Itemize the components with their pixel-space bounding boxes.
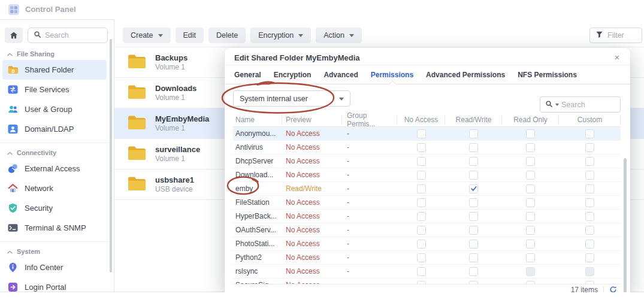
checkbox-no-access[interactable] bbox=[417, 226, 426, 235]
sidebar-section-header-file-sharing[interactable]: File Sharing bbox=[0, 48, 109, 60]
table-row-python2[interactable]: Python2No Access- bbox=[233, 251, 621, 265]
checkbox-read-write[interactable] bbox=[469, 226, 478, 235]
checkbox-read-only[interactable] bbox=[526, 240, 535, 249]
sidebar-item-security[interactable]: Security bbox=[2, 198, 107, 218]
filter-input[interactable] bbox=[607, 31, 636, 40]
column-header-preview[interactable]: Preview bbox=[282, 113, 342, 126]
table-row-dhcpserver[interactable]: DhcpServerNo Access- bbox=[233, 154, 621, 168]
sidebar-item-domain-ldap[interactable]: Domain/LDAP bbox=[2, 119, 107, 139]
user-type-dropdown[interactable]: System internal user bbox=[233, 90, 350, 107]
column-header-read-write[interactable]: Read/Write bbox=[445, 113, 502, 126]
checkbox-read-only[interactable] bbox=[526, 253, 535, 262]
checkbox-custom[interactable] bbox=[585, 253, 594, 262]
search-input[interactable] bbox=[45, 31, 102, 40]
sidebar-scrollbar[interactable] bbox=[110, 39, 112, 272]
checkbox-custom[interactable] bbox=[585, 129, 594, 138]
checkbox-read-write[interactable] bbox=[469, 157, 478, 166]
sidebar-item-file-services[interactable]: File Services bbox=[2, 80, 107, 99]
checkbox-no-access[interactable] bbox=[417, 171, 426, 180]
table-row-oauthserv[interactable]: OAuthServ...No Access- bbox=[233, 223, 621, 237]
checkbox-no-access[interactable] bbox=[417, 281, 426, 284]
checkbox-read-write[interactable] bbox=[469, 267, 478, 276]
checkbox-no-access[interactable] bbox=[417, 184, 426, 193]
sidebar-item-login-portal[interactable]: Login Portal bbox=[2, 277, 107, 292]
checkbox-read-only[interactable] bbox=[526, 281, 535, 284]
checkbox-no-access[interactable] bbox=[417, 267, 426, 276]
tab-advanced[interactable]: Advanced bbox=[323, 71, 358, 79]
checkbox-no-access[interactable] bbox=[417, 157, 426, 166]
table-row-rslsync[interactable]: rslsyncNo Access- bbox=[233, 265, 621, 278]
table-scrollbar[interactable] bbox=[624, 158, 627, 292]
checkbox-read-only[interactable] bbox=[526, 143, 535, 152]
table-row-emby[interactable]: embyRead/Write- bbox=[233, 182, 621, 196]
checkbox-no-access[interactable] bbox=[417, 212, 426, 221]
tab-nfs-permissions[interactable]: NFS Permissions bbox=[518, 71, 577, 79]
action-button[interactable]: Action bbox=[316, 28, 362, 43]
checkbox-read-only[interactable] bbox=[526, 226, 535, 235]
encryption-button[interactable]: Encryption bbox=[250, 28, 311, 43]
home-button[interactable] bbox=[5, 28, 23, 43]
checkbox-read-only[interactable] bbox=[526, 212, 535, 221]
checkbox-read-only[interactable] bbox=[526, 129, 535, 138]
checkbox-read-write[interactable] bbox=[469, 281, 478, 284]
sidebar-search[interactable] bbox=[28, 28, 108, 43]
sidebar-section-header-system[interactable]: System bbox=[0, 246, 109, 257]
checkbox-no-access[interactable] bbox=[417, 240, 426, 249]
checkbox-custom[interactable] bbox=[585, 240, 594, 249]
table-row-photostati[interactable]: PhotoStati...No Access- bbox=[233, 237, 621, 251]
checkbox-read-write[interactable] bbox=[469, 129, 478, 138]
tab-general[interactable]: General bbox=[234, 71, 261, 79]
checkbox-read-write[interactable] bbox=[469, 184, 478, 193]
tab-permissions[interactable]: Permissions bbox=[371, 71, 413, 79]
checkbox-no-access[interactable] bbox=[417, 143, 426, 152]
delete-button[interactable]: Delete bbox=[208, 28, 246, 43]
checkbox-read-write[interactable] bbox=[469, 198, 478, 207]
checkbox-read-write[interactable] bbox=[469, 240, 478, 249]
table-row-download[interactable]: Download...No Access- bbox=[233, 168, 621, 182]
sidebar-section-header-connectivity[interactable]: Connectivity bbox=[0, 147, 109, 159]
checkbox-custom[interactable] bbox=[585, 198, 594, 207]
column-header-group-permis[interactable]: Group Permis... bbox=[342, 113, 397, 126]
checkbox-custom[interactable] bbox=[585, 157, 594, 166]
sidebar-item-user-group[interactable]: User & Group bbox=[2, 99, 107, 119]
sidebar-item-info-center[interactable]: Info Center bbox=[2, 257, 107, 277]
tab-encryption[interactable]: Encryption bbox=[274, 71, 312, 79]
checkbox-read-write[interactable] bbox=[469, 212, 478, 221]
refresh-icon[interactable] bbox=[609, 286, 617, 292]
checkbox-custom[interactable] bbox=[585, 267, 594, 276]
sidebar-item-shared-folder[interactable]: Shared Folder bbox=[2, 60, 107, 80]
close-icon[interactable]: × bbox=[612, 52, 622, 63]
table-row-filestation[interactable]: FileStationNo Access- bbox=[233, 196, 621, 210]
checkbox-no-access[interactable] bbox=[417, 253, 426, 262]
checkbox-read-only[interactable] bbox=[526, 157, 535, 166]
checkbox-read-write[interactable] bbox=[469, 253, 478, 262]
create-button[interactable]: Create bbox=[123, 28, 171, 43]
sidebar-item-terminal-snmp[interactable]: Terminal & SNMP bbox=[2, 218, 107, 238]
table-row-anonymou[interactable]: Anonymou...No Access- bbox=[233, 127, 621, 141]
sidebar-item-network[interactable]: Network bbox=[2, 178, 107, 198]
table-row-securesig[interactable]: SecureSig...No Access- bbox=[233, 278, 621, 284]
table-row-hyperback[interactable]: HyperBack...No Access- bbox=[233, 210, 621, 223]
checkbox-read-only[interactable] bbox=[526, 198, 535, 207]
checkbox-custom[interactable] bbox=[585, 143, 594, 152]
checkbox-read-write[interactable] bbox=[469, 143, 478, 152]
edit-button[interactable]: Edit bbox=[176, 28, 204, 43]
checkbox-read-only[interactable] bbox=[526, 267, 535, 276]
checkbox-no-access[interactable] bbox=[417, 198, 426, 207]
dialog-search-box[interactable] bbox=[540, 96, 621, 113]
checkbox-custom[interactable] bbox=[585, 171, 594, 180]
column-header-custom[interactable]: Custom bbox=[559, 113, 621, 126]
column-header-name[interactable]: Name bbox=[233, 113, 282, 126]
filter-box[interactable] bbox=[589, 28, 642, 43]
sidebar-item-external-access[interactable]: External Access bbox=[2, 159, 107, 178]
checkbox-read-only[interactable] bbox=[526, 184, 535, 193]
checkbox-custom[interactable] bbox=[585, 212, 594, 221]
column-header-no-access[interactable]: No Access bbox=[397, 113, 445, 126]
checkbox-custom[interactable] bbox=[585, 281, 594, 284]
checkbox-custom[interactable] bbox=[585, 226, 594, 235]
tab-advanced-permissions[interactable]: Advanced Permissions bbox=[426, 71, 505, 79]
permissions-search-input[interactable] bbox=[561, 101, 615, 109]
column-header-read-only[interactable]: Read Only bbox=[502, 113, 559, 126]
checkbox-read-write[interactable] bbox=[469, 171, 478, 180]
checkbox-custom[interactable] bbox=[585, 184, 594, 193]
